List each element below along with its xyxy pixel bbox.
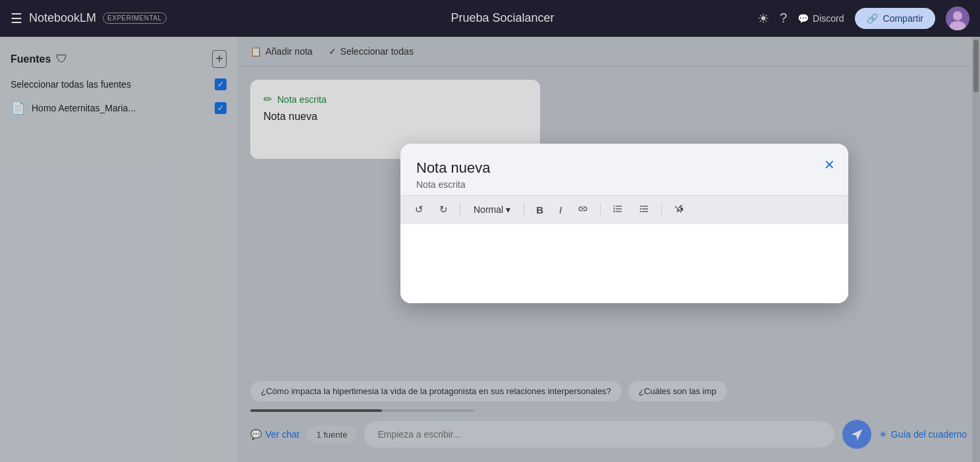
unordered-list-icon: [639, 203, 649, 214]
modal-close-button[interactable]: ✕: [824, 156, 835, 172]
svg-point-1: [953, 11, 962, 20]
discord-icon: 💬: [798, 13, 809, 24]
avatar-image: [946, 7, 969, 30]
modal-title: Nota nueva: [416, 159, 832, 176]
brightness-icon[interactable]: ☀: [757, 11, 769, 26]
topbar: ☰ NotebookLM EXPERIMENTAL Prueba Sociala…: [0, 0, 980, 37]
modal-header: Nota nueva Nota escrita: [400, 143, 848, 194]
topbar-right: ☀ ? 💬 Discord 🔗 Compartir: [757, 7, 969, 30]
avatar[interactable]: [946, 7, 969, 30]
link-icon: [578, 203, 588, 214]
italic-button[interactable]: I: [555, 201, 566, 217]
clear-format-icon: [674, 203, 684, 214]
modal-subtitle: Nota escrita: [416, 179, 832, 189]
discord-label: Discord: [813, 13, 844, 24]
redo-button[interactable]: ↻: [435, 201, 452, 218]
share-label: Compartir: [883, 13, 923, 24]
undo-button[interactable]: ↺: [411, 201, 427, 218]
toolbar-divider-4: [661, 203, 662, 216]
ordered-list-button[interactable]: [609, 200, 627, 218]
bold-button[interactable]: B: [532, 201, 547, 217]
experimental-badge: EXPERIMENTAL: [103, 13, 167, 24]
share-button[interactable]: 🔗 Compartir: [855, 8, 935, 29]
discord-button[interactable]: 💬 Discord: [798, 13, 844, 24]
hamburger-icon[interactable]: ☰: [11, 11, 22, 26]
topbar-left: ☰ NotebookLM EXPERIMENTAL: [11, 11, 248, 26]
toolbar-divider-3: [600, 203, 601, 216]
topbar-center: Prueba Socialancer: [248, 11, 757, 25]
app-name: NotebookLM: [29, 11, 96, 25]
help-icon[interactable]: ?: [780, 11, 787, 26]
modal-toolbar: ↺ ↻ Normal ▾ B I: [400, 194, 848, 223]
share-icon: 🔗: [867, 13, 878, 24]
toolbar-divider-1: [460, 203, 460, 216]
toolbar-divider-2: [524, 203, 524, 216]
modal-content[interactable]: [400, 223, 848, 303]
ordered-list-icon: [612, 203, 623, 214]
notebook-title: Prueba Socialancer: [450, 11, 554, 25]
format-select[interactable]: Normal ▾: [468, 202, 516, 217]
clear-format-button[interactable]: [670, 200, 688, 218]
format-arrow: ▾: [506, 204, 510, 215]
link-button[interactable]: [574, 200, 592, 218]
note-modal: Nota nueva Nota escrita ✕ ↺ ↻ Normal ▾ B…: [400, 143, 848, 303]
unordered-list-button[interactable]: [635, 200, 653, 218]
format-label: Normal: [474, 204, 503, 215]
